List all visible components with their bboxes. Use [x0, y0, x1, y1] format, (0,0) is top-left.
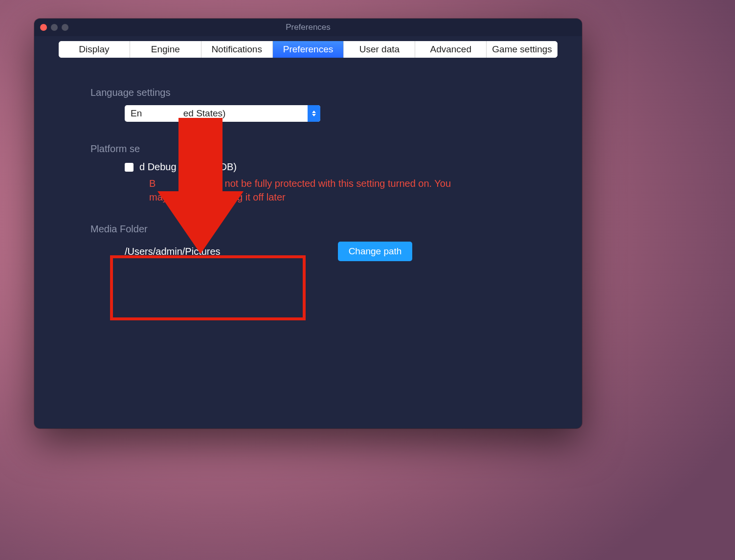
tab-engine[interactable]: Engine	[130, 41, 201, 58]
platform-settings-label: Platform se	[90, 143, 526, 155]
media-folder-path: /Users/admin/Pictures	[125, 246, 221, 257]
traffic-lights	[40, 24, 68, 31]
annotation-highlight-box	[110, 255, 306, 320]
content-area: Language settings En glish (Unit ed Stat…	[34, 58, 582, 261]
adb-checkbox-label: d Debug Bridge (ADB)	[139, 161, 237, 173]
adb-checkbox[interactable]	[125, 163, 134, 172]
tab-advanced[interactable]: Advanced	[415, 41, 487, 58]
tab-game-settings[interactable]: Game settings	[487, 41, 557, 58]
tab-notifications[interactable]: Notifications	[201, 41, 273, 58]
language-settings-label: Language settings	[90, 87, 526, 98]
tab-user-data[interactable]: User data	[344, 41, 415, 58]
minimize-window-button[interactable]	[51, 24, 58, 31]
titlebar: Preferences	[34, 19, 582, 36]
language-select-value-prefix: En	[131, 108, 142, 119]
warning-frag-1: B	[149, 178, 156, 189]
tab-preferences[interactable]: Preferences	[273, 41, 344, 58]
select-stepper-icon	[308, 105, 320, 122]
preferences-window: Preferences Display Engine Notifications…	[34, 19, 582, 428]
language-select[interactable]: En glish (Unit ed States)	[125, 105, 320, 122]
tab-bar: Display Engine Notifications Preferences…	[59, 41, 557, 58]
adb-warning-text: B lueStacks may not be fully protected w…	[149, 177, 491, 204]
maximize-window-button[interactable]	[62, 24, 68, 31]
warning-frag-2: may not be fully protected with this set…	[203, 178, 451, 189]
media-folder-label: Media Folder	[90, 224, 526, 235]
language-select-value-suffix: ed States)	[183, 108, 226, 119]
warning-frag-3: may	[149, 192, 168, 202]
change-path-button[interactable]: Change path	[338, 242, 413, 261]
close-window-button[interactable]	[40, 24, 47, 31]
window-title: Preferences	[34, 22, 582, 32]
warning-frag-4: sider turning it off later	[189, 192, 286, 202]
tab-display[interactable]: Display	[59, 41, 130, 58]
